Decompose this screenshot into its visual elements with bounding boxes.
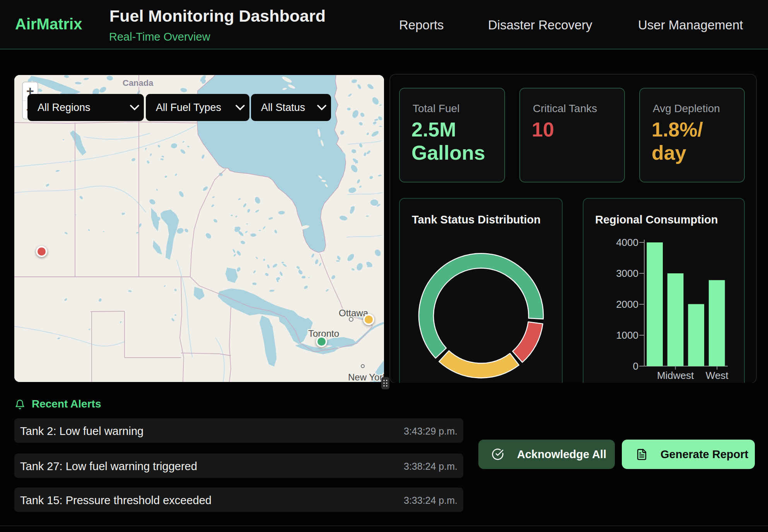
svg-text:Midwest: Midwest	[657, 370, 694, 381]
svg-text:3000: 3000	[616, 268, 638, 279]
svg-text:New York: New York	[348, 372, 384, 382]
svg-text:Canada: Canada	[123, 78, 154, 88]
svg-text:West: West	[706, 370, 729, 381]
svg-text:4000: 4000	[616, 237, 638, 248]
svg-text:1000: 1000	[616, 329, 638, 341]
svg-text:2000: 2000	[616, 298, 638, 310]
svg-text:0: 0	[633, 360, 638, 372]
